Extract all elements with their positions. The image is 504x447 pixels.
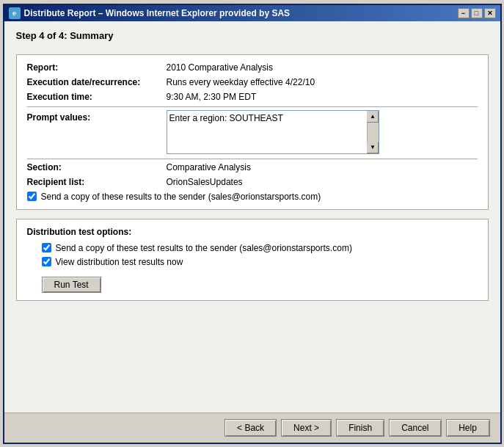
- scroll-up-button[interactable]: ▲: [367, 111, 379, 123]
- execution-value: Runs every weekday effective 4/22/10: [167, 77, 478, 87]
- prompt-textarea[interactable]: [167, 111, 367, 153]
- report-label: Report:: [27, 62, 167, 73]
- view-results-label: View distribution test results now: [56, 257, 183, 267]
- send-test-row: Send a copy of these test results to the…: [42, 243, 478, 253]
- footer: < Back Next > Finish Cancel Help: [4, 413, 500, 443]
- next-button[interactable]: Next >: [281, 419, 332, 437]
- content-area: Step 4 of 4: Summary Report: 2010 Compar…: [4, 21, 500, 413]
- time-row: Execution time: 9:30 AM, 2:30 PM EDT: [27, 92, 478, 102]
- title-bar-left: e Distribute Report – Windows Internet E…: [9, 7, 291, 19]
- main-window: e Distribute Report – Windows Internet E…: [3, 4, 502, 444]
- send-test-checkbox[interactable]: [42, 243, 51, 252]
- send-copy-label: Send a copy of these results to the send…: [41, 192, 321, 202]
- recipient-label: Recipient list:: [27, 177, 167, 187]
- scroll-down-button[interactable]: ▼: [367, 142, 379, 153]
- distribution-title: Distribution test options:: [27, 227, 478, 237]
- maximize-button[interactable]: □: [471, 8, 483, 18]
- time-label: Execution time:: [27, 92, 167, 102]
- help-button[interactable]: Help: [446, 419, 490, 437]
- title-bar: e Distribute Report – Windows Internet E…: [4, 5, 500, 21]
- run-test-button[interactable]: Run Test: [42, 277, 101, 293]
- prompt-textarea-wrapper: ▲ ▼: [167, 110, 379, 154]
- recipient-row: Recipient list: OrionSalesUpdates: [27, 177, 478, 187]
- close-button[interactable]: ✕: [484, 8, 496, 18]
- step-title: Step 4 of 4: Summary: [16, 30, 489, 41]
- view-results-checkbox[interactable]: [42, 257, 51, 266]
- finish-button[interactable]: Finish: [336, 419, 384, 437]
- title-bar-controls: − □ ✕: [458, 8, 496, 18]
- window-title: Distribute Report – Windows Internet Exp…: [24, 8, 291, 18]
- execution-row: Execution date/recurrence: Runs every we…: [27, 77, 478, 87]
- cancel-button[interactable]: Cancel: [389, 419, 441, 437]
- minimize-button[interactable]: −: [458, 8, 470, 18]
- summary-section: Report: 2010 Comparative Analysis Execut…: [16, 54, 489, 210]
- send-test-label: Send a copy of these test results to the…: [56, 243, 352, 253]
- prompt-row: Prompt values: ▲ ▼: [27, 110, 478, 154]
- prompt-scrollbar[interactable]: ▲ ▼: [367, 111, 379, 153]
- recipient-value: OrionSalesUpdates: [167, 177, 478, 187]
- send-copy-row: Send a copy of these results to the send…: [27, 192, 478, 202]
- report-value: 2010 Comparative Analysis: [167, 62, 478, 73]
- section-row: Section: Comparative Analysis: [27, 162, 478, 172]
- back-button[interactable]: < Back: [224, 419, 277, 437]
- time-value: 9:30 AM, 2:30 PM EDT: [167, 92, 478, 102]
- section-label: Section:: [27, 162, 167, 172]
- app-icon: e: [9, 7, 21, 19]
- distribution-section: Distribution test options: Send a copy o…: [16, 219, 489, 301]
- view-results-row: View distribution test results now: [42, 257, 478, 267]
- report-row: Report: 2010 Comparative Analysis: [27, 62, 478, 73]
- send-copy-checkbox[interactable]: [27, 192, 37, 201]
- prompt-label: Prompt values:: [27, 110, 167, 123]
- section-value: Comparative Analysis: [167, 162, 478, 172]
- execution-label: Execution date/recurrence:: [27, 77, 167, 87]
- divider-2: [27, 159, 478, 159]
- divider-1: [27, 106, 478, 107]
